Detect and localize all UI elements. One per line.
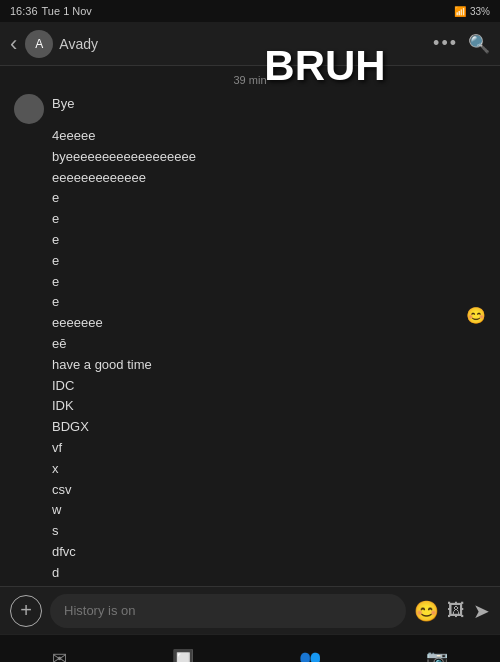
first-message-bubble: Bye (14, 94, 486, 124)
msg-s: s (14, 521, 486, 542)
image-button[interactable]: 🖼 (447, 600, 465, 621)
msg-have-good-time: have a good time (14, 355, 486, 376)
timestamp-label: 39 min (14, 74, 486, 86)
msg-e3: e (14, 230, 486, 251)
send-button[interactable]: ➤ (473, 599, 490, 623)
nav-camera[interactable]: 📷 (426, 648, 448, 663)
status-date: Tue 1 Nov (42, 5, 92, 17)
nav-home[interactable]: 🔲 (172, 648, 194, 663)
bottom-nav: ✉ 🔲 👥 📷 (0, 634, 500, 662)
msg-w: w (14, 500, 486, 521)
nav-messages[interactable]: ✉ (52, 648, 67, 663)
msg-x: x (14, 459, 486, 480)
msg-e2: e (14, 209, 486, 230)
msg-byeee: byeeeeeeeeeeeeeeeeee (14, 147, 486, 168)
status-left: 16:36 Tue 1 Nov (10, 5, 92, 17)
msg-e1: e (14, 188, 486, 209)
msg-e6: e (14, 292, 486, 313)
battery-status: 33% (470, 6, 490, 17)
nav-bar: ‹ A Avady ••• 🔍 BRUH (0, 22, 500, 66)
bubble-content: Bye (52, 94, 74, 114)
contact-name[interactable]: Avady (59, 36, 98, 52)
emoji-button[interactable]: 😊 (414, 599, 439, 623)
msg-4eeeee: 4eeeee (14, 126, 486, 147)
search-button[interactable]: 🔍 (468, 33, 490, 55)
msg-e5: e (14, 272, 486, 293)
msg-vf: vf (14, 438, 486, 459)
input-bar: + 😊 🖼 ➤ (0, 586, 500, 634)
msg-eeeeeee: eeeeeee (14, 313, 486, 334)
msg-d: d (14, 563, 486, 584)
message-input[interactable] (50, 594, 406, 628)
avatar: A (25, 30, 53, 58)
msg-idc: IDC (14, 376, 486, 397)
message-area[interactable]: 39 min Bye 4eeeee byeeeeeeeeeeeeeeeeee e… (0, 66, 500, 586)
sender-avatar (14, 94, 44, 124)
msg-dfvc: dfvc (14, 542, 486, 563)
msg-bye: Bye (52, 94, 74, 114)
status-bar: 16:36 Tue 1 Nov 📶 33% (0, 0, 500, 22)
msg-csv: csv (14, 480, 486, 501)
back-button[interactable]: ‹ (10, 33, 17, 55)
add-button[interactable]: + (10, 595, 42, 627)
status-time: 16:36 (10, 5, 38, 17)
reaction-icon: 😊 (466, 306, 486, 325)
status-right: 📶 33% (454, 6, 490, 17)
msg-idk: IDK (14, 396, 486, 417)
nav-contacts[interactable]: 👥 (299, 648, 321, 663)
contact-row: A Avady (25, 30, 98, 58)
wifi-icon: 📶 (454, 6, 466, 17)
more-options-button[interactable]: ••• (433, 33, 458, 54)
msg-eeeeeeeeeeeee: eeeeeeeeeeeee (14, 168, 486, 189)
msg-e4: e (14, 251, 486, 272)
msg-bdgx: BDGX (14, 417, 486, 438)
msg-ee: eē (14, 334, 486, 355)
